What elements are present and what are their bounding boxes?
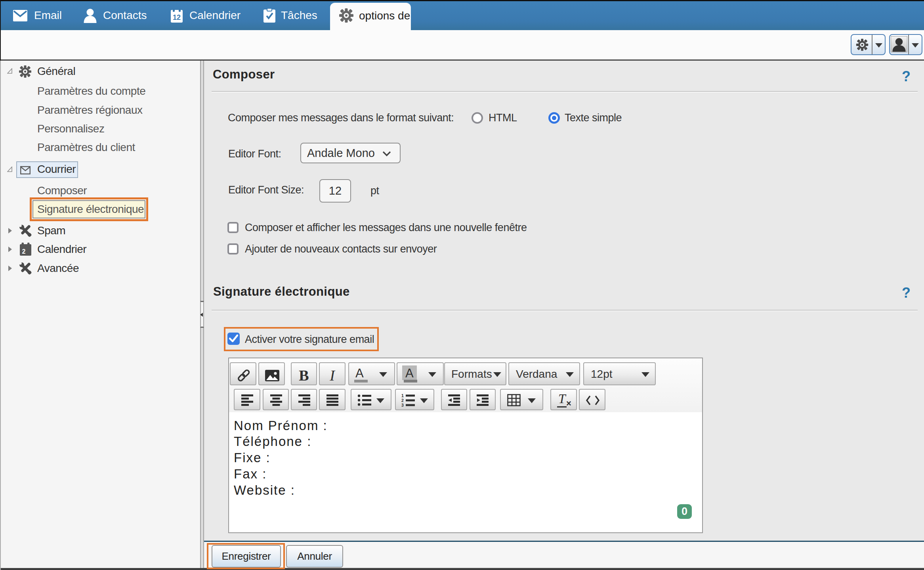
- svg-text:2: 2: [22, 248, 26, 255]
- svg-text:1: 1: [401, 394, 404, 398]
- svg-text:12: 12: [173, 13, 181, 21]
- svg-text:2: 2: [401, 398, 404, 403]
- svg-text:3: 3: [401, 403, 404, 407]
